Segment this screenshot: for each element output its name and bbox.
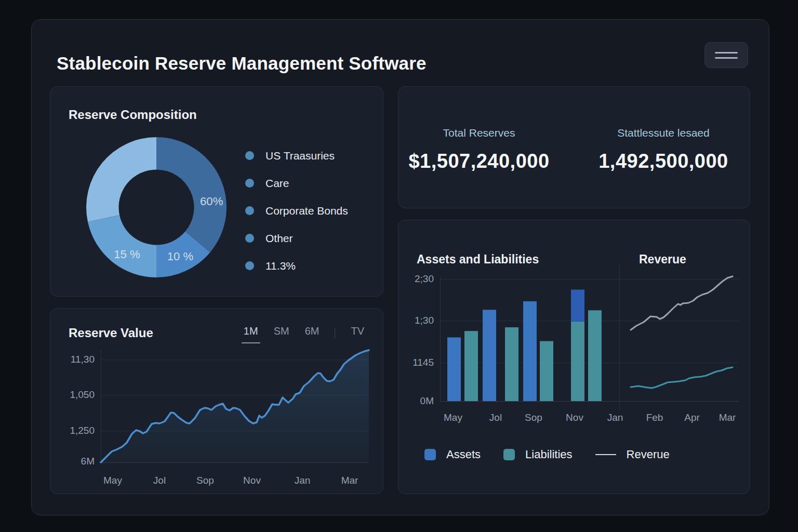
legend-item-label: Assets [446,448,481,461]
legend-item-label: Reverue [627,448,670,461]
reserve-composition-donut-chart: 60%10 %15 % [86,137,227,278]
stat-label: Total Reserves [404,127,554,139]
tab-1m[interactable]: 1M [244,325,258,340]
stat-value: 1,492,500,000 [588,150,739,172]
legend-item-revenue[interactable]: Reverue [595,448,670,461]
y-axis-tick-label: 1,050 [50,389,95,401]
legend-item-label: Care [265,177,289,190]
legend-item-other[interactable]: Other [245,224,348,252]
assets-liabilities-title: Assets and Liabilities [417,252,539,267]
x-axis-tick-label: Nov [566,412,583,423]
x-axis-tick-label: Jan [607,412,623,423]
legend-dot-icon [245,206,254,215]
y-axis-tick-label: 6M [50,456,95,467]
legend-dot-icon [245,179,254,188]
stat-value: $1,507,240,000 [404,150,554,172]
y-axis-tick-label: 1,250 [50,425,95,436]
tab-separator [335,327,335,339]
legend-item-label: Other [265,232,293,245]
y-axis-tick-label: 2;30 [398,273,434,285]
legend-item-care[interactable]: Care [245,169,348,197]
x-axis-tick-label: Nov [243,475,261,486]
timeframe-tabs: 1M SM 6M TV [244,325,364,340]
reserve-value-panel: Reserve Value 1M SM 6M TV 11,301,0501,25… [50,308,383,494]
legend-dot-icon [245,151,254,160]
x-axis-tick-label: May [103,475,122,486]
x-axis-tick-label: Apr [684,412,700,423]
reserve-stats-panel: Total Reserves $1,507,240,000 Stattlessu… [398,86,750,208]
legend-dot-icon [245,234,254,243]
section-divider [619,263,620,411]
legend-item-percent[interactable]: 11.3% [245,252,348,280]
stat-label: Stattlessute lesaed [588,127,739,139]
legend-item-label: Liabilities [525,448,573,461]
legend-item-label: 11.3% [265,260,296,272]
x-axis-tick-label: Sop [196,475,214,486]
y-axis-tick-label: 0M [398,395,434,407]
svg-text:60%: 60% [200,195,223,208]
reserve-value-title: Reserve Value [69,326,153,340]
page-title: Stablecoin Reserve Management Software [57,53,427,74]
legend-item-label: Corporate Bonds [265,205,348,217]
reserve-composition-panel: Reserve Composition 60%10 %15 % US Traas… [50,86,383,297]
svg-text:10 %: 10 % [167,250,194,263]
x-axis-tick-label: Feb [646,412,663,423]
svg-text:15 %: 15 % [114,248,140,261]
x-axis-tick-label: Jol [489,412,502,423]
legend-item-label: US Traasuries [265,150,335,162]
revenue-line-chart [626,272,739,397]
legend-item-assets[interactable]: Assets [424,448,481,461]
legend-item-corporate-bonds[interactable]: Corporate Bonds [245,197,348,224]
liabilities-swatch-icon [503,449,515,460]
assets-liabilities-bar-chart [443,279,617,401]
reserve-composition-title: Reserve Composition [69,108,197,122]
y-axis-line [440,276,441,402]
x-axis-tick-label: Mar [719,412,736,423]
legend-item-liabilities[interactable]: Liabilities [503,448,573,461]
y-axis-tick-label: 1;30 [398,315,434,326]
x-axis-tick-label: Jol [153,475,166,486]
x-axis-line [440,401,739,402]
hamburger-menu-icon [715,57,738,59]
dashboard-window: Stablecoin Reserve Management Software R… [31,19,769,515]
x-axis-tick-label: Jan [295,475,311,486]
tab-3m[interactable]: SM [274,325,289,340]
x-axis-tick-label: May [444,412,462,423]
x-axis-tick-label: Mar [341,475,358,486]
revenue-line-icon [595,454,616,455]
tab-6m[interactable]: 6M [305,325,320,340]
y-axis-tick-label: 1145 [398,357,434,368]
legend-dot-icon [245,261,254,270]
stablecoins-issued-stat: Stattlessute lesaed 1,492,500,000 [588,127,739,172]
total-reserves-stat: Total Reserves $1,507,240,000 [404,127,554,172]
y-axis-tick-label: 11,30 [50,354,95,365]
assets-swatch-icon [424,449,436,460]
assets-liabilities-legend: Assets Liabilities Reverue [424,448,670,461]
reserve-composition-legend: US Traasuries Care Corporate Bonds Other… [245,142,348,280]
legend-item-us-treasuries[interactable]: US Traasuries [245,142,348,169]
revenue-title: Reverue [639,252,686,267]
x-axis-line [101,462,369,463]
tab-1y[interactable]: TV [351,325,364,340]
reserve-value-line-chart [101,350,369,462]
x-axis-tick-label: Sop [525,412,542,423]
hamburger-menu-button[interactable] [704,42,748,68]
hamburger-menu-icon [715,52,738,54]
assets-liabilities-panel: Assets and Liabilities Reverue 2;301;301… [398,220,750,494]
